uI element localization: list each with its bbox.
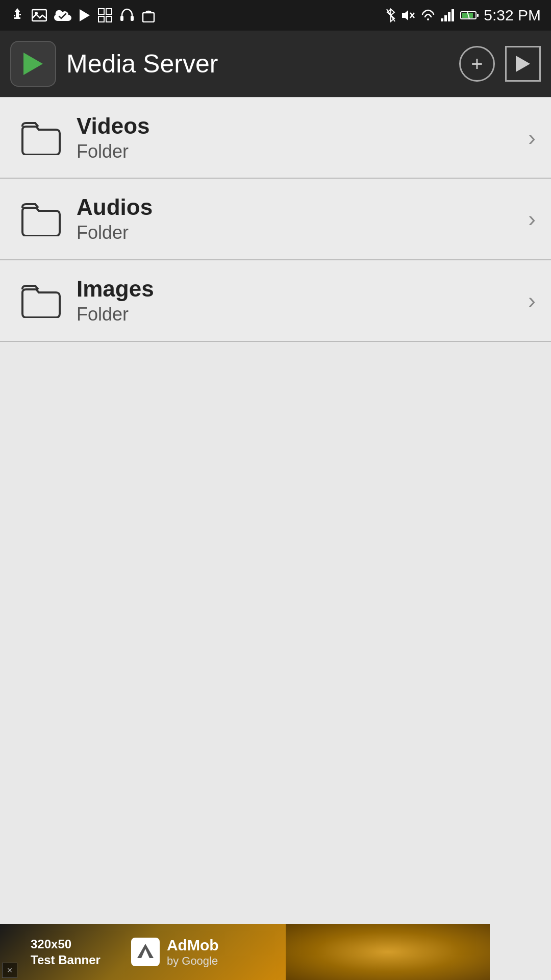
folder-icon	[20, 120, 61, 155]
audios-folder-info: Audios Folder	[77, 194, 523, 243]
images-folder-info: Images Folder	[77, 276, 523, 325]
grid-icon	[98, 8, 112, 22]
svg-rect-17	[452, 9, 454, 21]
cloud-icon	[54, 9, 71, 22]
bag-icon	[142, 8, 155, 22]
admob-logo-area: AdMob by Google	[131, 936, 219, 968]
svg-rect-0	[32, 10, 46, 21]
sound-muted-icon	[401, 9, 415, 22]
svg-rect-16	[448, 12, 450, 21]
images-folder-name: Images	[77, 276, 523, 302]
status-bar-right-icons: 5:32 PM	[386, 7, 541, 24]
folder-icon	[20, 202, 61, 236]
app-title: Media Server	[66, 49, 449, 79]
admob-by-google: by Google	[167, 954, 219, 968]
ad-test-label: Test Banner	[22, 952, 101, 968]
wifi-icon	[420, 9, 436, 21]
audios-folder-icon-wrap	[15, 202, 66, 236]
svg-rect-6	[106, 16, 112, 22]
admob-c-icon	[131, 938, 160, 966]
svg-rect-4	[106, 9, 112, 14]
status-bar: 5:32 PM	[0, 0, 551, 31]
status-time: 5:32 PM	[484, 7, 541, 24]
images-folder-item[interactable]: Images Folder ›	[0, 260, 551, 342]
svg-rect-5	[98, 16, 104, 22]
play-status-icon	[79, 8, 91, 22]
folder-icon	[20, 283, 61, 318]
usb-icon	[10, 7, 24, 23]
svg-rect-14	[441, 18, 443, 21]
audios-folder-item[interactable]: Audios Folder ›	[0, 179, 551, 260]
svg-rect-19	[477, 14, 479, 17]
ad-banner: × 320x50 Test Banner AdMob by Google	[0, 924, 490, 980]
svg-marker-11	[402, 10, 408, 20]
app-logo	[10, 41, 56, 87]
signal-icon	[441, 9, 455, 21]
admob-text-area: AdMob by Google	[167, 936, 219, 968]
headphone-icon	[119, 8, 135, 22]
videos-folder-info: Videos Folder	[77, 113, 523, 162]
images-folder-icon-wrap	[15, 283, 66, 318]
videos-folder-icon-wrap	[15, 120, 66, 155]
plus-icon: +	[471, 54, 483, 74]
svg-rect-8	[131, 16, 134, 21]
add-button[interactable]: +	[459, 46, 495, 82]
play-button[interactable]	[505, 46, 541, 82]
status-bar-icons	[10, 7, 155, 23]
app-logo-play-triangle	[23, 53, 43, 75]
app-header: Media Server +	[0, 31, 551, 97]
videos-chevron-icon: ›	[528, 125, 536, 151]
svg-rect-3	[98, 9, 104, 14]
svg-rect-15	[444, 15, 447, 21]
folder-list: Videos Folder › Audios Folder › Images	[0, 97, 551, 342]
videos-folder-type: Folder	[77, 141, 523, 162]
videos-folder-name: Videos	[77, 113, 523, 139]
audios-chevron-icon: ›	[528, 206, 536, 232]
audios-folder-name: Audios	[77, 194, 523, 220]
videos-folder-item[interactable]: Videos Folder ›	[0, 97, 551, 179]
svg-rect-9	[143, 13, 154, 22]
images-folder-type: Folder	[77, 304, 523, 325]
battery-icon	[460, 10, 479, 20]
admob-brand-name: AdMob	[167, 936, 219, 954]
empty-content-area	[0, 342, 551, 924]
svg-marker-2	[80, 9, 90, 21]
play-triangle-icon	[516, 56, 530, 72]
bluetooth-icon	[386, 8, 396, 22]
audios-folder-type: Folder	[77, 222, 523, 243]
image-icon	[32, 8, 47, 22]
svg-rect-7	[120, 16, 123, 21]
images-chevron-icon: ›	[528, 288, 536, 313]
ad-size-label: 320x50	[22, 936, 101, 952]
header-actions: +	[459, 46, 541, 82]
